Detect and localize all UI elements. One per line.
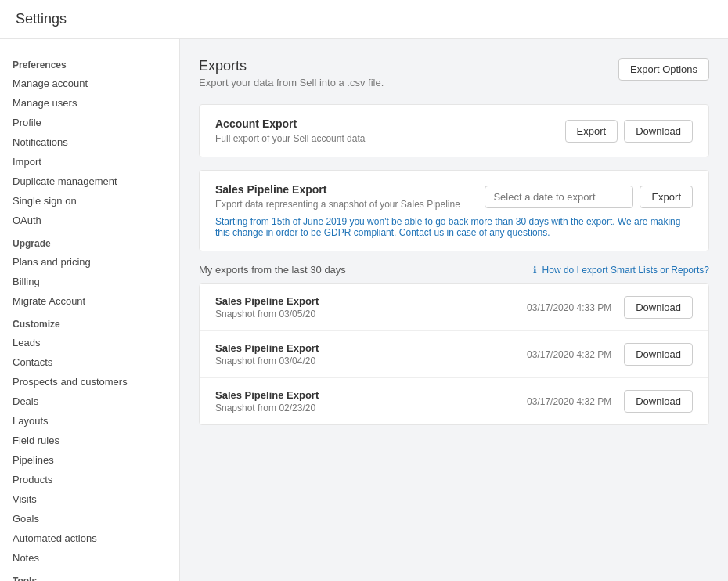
sidebar-item-profile[interactable]: Profile xyxy=(0,113,179,132)
download-button-2[interactable]: Download xyxy=(624,343,693,366)
export-row-title-2: Sales Pipeline Export xyxy=(215,342,319,354)
export-row-sub-2: Snapshot from 03/04/20 xyxy=(215,355,319,366)
sidebar-item-manage-account[interactable]: Manage account xyxy=(0,74,179,93)
account-export-card: Account Export Full export of your Sell … xyxy=(199,104,709,157)
export-row-sub-1: Snapshot from 03/05/20 xyxy=(215,309,319,319)
sidebar-item-single-sign-on[interactable]: Single sign on xyxy=(0,191,179,211)
content-title: Exports xyxy=(199,58,384,74)
info-icon: ℹ xyxy=(533,265,537,276)
contact-us-link[interactable]: Contact us in case of any questions. xyxy=(399,227,550,238)
sidebar-section-preferences: Preferences xyxy=(0,52,179,74)
account-export-row: Account Export Full export of your Sell … xyxy=(215,117,693,144)
sidebar-item-duplicate-management[interactable]: Duplicate management xyxy=(0,171,179,191)
sidebar-item-import[interactable]: Import xyxy=(0,152,179,171)
sidebar-item-layouts[interactable]: Layouts xyxy=(0,411,179,431)
sales-pipeline-info: Sales Pipeline Export Export data repres… xyxy=(215,183,460,210)
content-titles: Exports Export your data from Sell into … xyxy=(199,58,384,88)
sidebar-item-pipelines[interactable]: Pipelines xyxy=(0,450,179,470)
sales-pipeline-title: Sales Pipeline Export xyxy=(215,183,460,196)
sidebar-item-prospects-and-customers[interactable]: Prospects and customers xyxy=(0,372,179,392)
export-row: Sales Pipeline Export Snapshot from 03/0… xyxy=(200,331,708,378)
export-date-3: 03/17/2020 4:32 PM xyxy=(527,396,611,407)
export-date-1: 03/17/2020 4:33 PM xyxy=(527,302,611,313)
sidebar-section-tools: Tools xyxy=(0,568,179,581)
my-exports-label: My exports from the last 30 days xyxy=(199,264,346,276)
exports-list: Sales Pipeline Export Snapshot from 03/0… xyxy=(199,283,709,425)
date-select-input[interactable] xyxy=(485,186,633,208)
sidebar-item-notifications[interactable]: Notifications xyxy=(0,132,179,152)
content-subtitle: Export your data from Sell into a .csv f… xyxy=(199,77,384,88)
sidebar-item-oauth[interactable]: OAuth xyxy=(0,211,179,230)
sidebar-item-plans-and-pricing[interactable]: Plans and pricing xyxy=(0,252,179,272)
account-export-actions: Export Download xyxy=(565,120,693,143)
exports-section: My exports from the last 30 days ℹ How d… xyxy=(199,264,709,425)
sidebar-section-upgrade: Upgrade xyxy=(0,230,179,252)
how-to-export-link[interactable]: ℹ How do I export Smart Lists or Reports… xyxy=(533,265,709,276)
export-row-right-3: 03/17/2020 4:32 PM Download xyxy=(527,390,693,413)
main-content: Exports Export your data from Sell into … xyxy=(180,39,728,581)
export-row-info-1: Sales Pipeline Export Snapshot from 03/0… xyxy=(215,295,319,319)
sidebar-item-products[interactable]: Products xyxy=(0,470,179,489)
account-export-desc: Full export of your Sell account data xyxy=(215,133,365,144)
export-date-2: 03/17/2020 4:32 PM xyxy=(527,349,611,360)
sidebar-item-deals[interactable]: Deals xyxy=(0,392,179,411)
sales-pipeline-export-row: Sales Pipeline Export Export data repres… xyxy=(215,183,693,210)
sales-pipeline-notice: Starting from 15th of June 2019 you won'… xyxy=(215,216,693,238)
account-export-card-body: Account Export Full export of your Sell … xyxy=(200,105,708,157)
account-export-button[interactable]: Export xyxy=(565,120,618,143)
sidebar-item-goals[interactable]: Goals xyxy=(0,509,179,529)
account-export-title: Account Export xyxy=(215,117,365,130)
sidebar-item-migrate-account[interactable]: Migrate Account xyxy=(0,291,179,311)
content-header: Exports Export your data from Sell into … xyxy=(199,58,709,88)
account-download-button[interactable]: Download xyxy=(624,120,693,143)
export-options-button[interactable]: Export Options xyxy=(618,58,709,81)
export-row-info-3: Sales Pipeline Export Snapshot from 02/2… xyxy=(215,389,319,413)
account-export-info: Account Export Full export of your Sell … xyxy=(215,117,365,144)
export-row-right-1: 03/17/2020 4:33 PM Download xyxy=(527,296,693,319)
sales-pipeline-desc: Export data representing a snapshot of y… xyxy=(215,199,460,210)
export-row: Sales Pipeline Export Snapshot from 03/0… xyxy=(200,284,708,331)
sales-pipeline-export-card: Sales Pipeline Export Export data repres… xyxy=(199,170,709,251)
sidebar-section-customize: Customize xyxy=(0,311,179,333)
export-row-info-2: Sales Pipeline Export Snapshot from 03/0… xyxy=(215,342,319,366)
sidebar-item-automated-actions[interactable]: Automated actions xyxy=(0,529,179,548)
sidebar-item-manage-users[interactable]: Manage users xyxy=(0,93,179,113)
sidebar-item-contacts[interactable]: Contacts xyxy=(0,352,179,372)
export-row: Sales Pipeline Export Snapshot from 02/2… xyxy=(200,378,708,424)
exports-header: My exports from the last 30 days ℹ How d… xyxy=(199,264,709,276)
export-row-sub-3: Snapshot from 02/23/20 xyxy=(215,402,319,413)
export-row-right-2: 03/17/2020 4:32 PM Download xyxy=(527,343,693,366)
sidebar-item-visits[interactable]: Visits xyxy=(0,489,179,509)
page-title: Settings xyxy=(0,0,728,39)
sales-pipeline-actions: Export xyxy=(485,186,693,208)
sidebar-item-leads[interactable]: Leads xyxy=(0,333,179,352)
download-button-3[interactable]: Download xyxy=(624,390,693,413)
sales-pipeline-export-card-body: Sales Pipeline Export Export data repres… xyxy=(200,171,708,251)
sales-pipeline-export-button[interactable]: Export xyxy=(640,186,693,208)
sidebar-item-billing[interactable]: Billing xyxy=(0,272,179,291)
download-button-1[interactable]: Download xyxy=(624,296,693,319)
export-row-title-1: Sales Pipeline Export xyxy=(215,295,319,307)
sidebar-item-notes[interactable]: Notes xyxy=(0,548,179,568)
sidebar-item-field-rules[interactable]: Field rules xyxy=(0,431,179,450)
export-row-title-3: Sales Pipeline Export xyxy=(215,389,319,401)
sidebar: Preferences Manage account Manage users … xyxy=(0,39,180,581)
